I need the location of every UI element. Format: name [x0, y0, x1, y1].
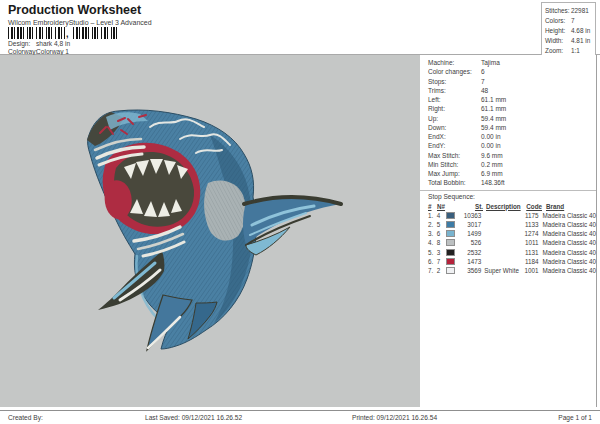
machine-info-label: Min Stitch: [428, 161, 481, 168]
stop-sequence-header-row: #N#St.DescriptionCodeBrand [428, 202, 596, 211]
col-needle: 4 [437, 212, 447, 219]
col-code: 1011 [519, 239, 538, 246]
barcode-comma: , [66, 27, 69, 41]
col-needle: 3 [437, 249, 447, 256]
col-stitches: 2532 [458, 249, 481, 256]
machine-info-label: Trims: [428, 87, 481, 94]
col-brand: Madeira Classic 40 [538, 267, 596, 274]
last-saved-text: Last Saved: 09/12/2021 16.26.52 [145, 414, 242, 421]
worksheet-header: Production Worksheet Wilcom EmbroiderySt… [0, 0, 600, 55]
design-label: Design: [8, 40, 36, 47]
col-stitches: 526 [458, 239, 481, 246]
machine-info-label: Right: [428, 105, 481, 112]
thread-color-swatch [446, 230, 458, 237]
col-num: 7. [428, 267, 437, 274]
thread-color-swatch [446, 249, 458, 256]
col-needle: 2 [437, 267, 447, 274]
machine-info-panel: Machine:TajimaColor changes:6Stops:7Trim… [420, 55, 597, 407]
machine-info-label: Machine: [428, 59, 481, 66]
stats-row: Height:4.68 in [545, 25, 595, 35]
stop-sequence-table: #N#St.DescriptionCodeBrand1.4103631175Ma… [428, 202, 596, 276]
col-code: 1184 [519, 258, 538, 265]
col-brand: Madeira Classic 40 [538, 239, 596, 246]
col-stitches: 3569 [458, 267, 481, 274]
machine-info-row: Min Stitch:0.2 mm [428, 160, 596, 169]
thread-color-swatch [446, 212, 458, 219]
machine-info-value: 59.4 mm [481, 115, 506, 122]
machine-info-label: Stops: [428, 78, 481, 85]
production-worksheet-page: { "header": { "title": "Production Works… [0, 0, 600, 424]
col-num: 5. [428, 249, 437, 256]
thread-color-swatch [446, 258, 458, 265]
machine-info-row: Left:61.1 mm [428, 95, 596, 104]
col-code: 1133 [519, 221, 538, 228]
stop-sequence-section: Stop Sequence: #N#St.DescriptionCodeBran… [420, 190, 596, 276]
stats-label: Width: [545, 37, 571, 44]
machine-info-value: 59.4 mm [481, 124, 506, 131]
machine-info-label: EndX: [428, 133, 481, 140]
barcode: , [8, 27, 117, 40]
stop-sequence-row: 3.614991274Madeira Classic 40 [428, 229, 596, 238]
machine-info-value: 61.1 mm [481, 105, 506, 112]
col-brand: Brand [542, 203, 596, 210]
machine-info-label: Left: [428, 96, 481, 103]
shark-design-image [0, 55, 420, 407]
col-description: Description [483, 203, 522, 210]
stats-box: Stitches:22981Colors:7Height:4.68 inWidt… [541, 2, 596, 57]
machine-info-row: Down:59.4 mm [428, 123, 596, 132]
machine-info-label: Up: [428, 115, 481, 122]
machine-info-row: EndX:0.00 in [428, 132, 596, 141]
stats-label: Stitches: [545, 7, 571, 14]
col-needle: 5 [437, 221, 447, 228]
stop-sequence-row: 7.23569Super White1001Madeira Classic 40 [428, 266, 596, 275]
thread-color-swatch [446, 239, 458, 246]
col-code: 1274 [519, 230, 538, 237]
col-stitches: 3017 [458, 221, 481, 228]
machine-info-row: Stops:7 [428, 77, 596, 86]
app-subtitle: Wilcom EmbroideryStudio – Level 3 Advanc… [8, 19, 152, 26]
design-canvas [0, 55, 420, 407]
machine-info-value: 6.9 mm [481, 170, 503, 177]
col-code: Code [522, 203, 542, 210]
col-brand: Madeira Classic 40 [538, 258, 596, 265]
machine-info-row: Up:59.4 mm [428, 114, 596, 123]
col-needle: N# [437, 203, 447, 210]
design-row: Design: shark 4,8 in [8, 40, 70, 47]
worksheet-footer: Created By: Last Saved: 09/12/2021 16.26… [0, 410, 600, 424]
col-num: 3. [428, 230, 437, 237]
col-stitches: 1499 [458, 230, 481, 237]
stats-row: Stitches:22981 [545, 5, 595, 15]
printed-text: Printed: 09/12/2021 16.26.54 [352, 414, 437, 421]
machine-info-row: EndY:0.00 in [428, 141, 596, 150]
machine-info-value: 48 [481, 87, 488, 94]
machine-info-value: 61.1 mm [481, 96, 506, 103]
machine-info-label: Color changes: [428, 68, 481, 75]
stats-value: 22981 [571, 7, 589, 14]
stats-value: 7 [571, 17, 575, 24]
machine-info-label: Down: [428, 124, 481, 131]
col-num: 2. [428, 221, 437, 228]
stats-row: Zoom:1:1 [545, 45, 595, 55]
machine-info-value: 148.36ft [481, 179, 505, 186]
col-num: 4. [428, 239, 437, 246]
col-brand: Madeira Classic 40 [538, 212, 596, 219]
col-stitches: St. [459, 203, 483, 210]
machine-info-label: EndY: [428, 142, 481, 149]
stats-value: 1:1 [571, 47, 580, 54]
col-brand: Madeira Classic 40 [538, 230, 596, 237]
thread-color-swatch [446, 221, 458, 228]
col-brand: Madeira Classic 40 [538, 249, 596, 256]
barcode-bars-right [73, 27, 117, 39]
created-by-label: Created By: [8, 414, 43, 421]
col-brand: Madeira Classic 40 [538, 221, 596, 228]
colorway-value: Colorway 1 [36, 48, 69, 55]
stats-value: 4.81 in [571, 37, 590, 44]
col-needle: 8 [437, 239, 447, 246]
stats-value: 4.68 in [571, 27, 590, 34]
col-needle: 7 [437, 258, 447, 265]
machine-info-label: Max Jump: [428, 170, 481, 177]
stop-sequence-row: 4.85261011Madeira Classic 40 [428, 238, 596, 247]
machine-info-row: Total Bobbin:148.36ft [428, 178, 596, 187]
barcode-bars-left [8, 27, 65, 39]
col-num: # [428, 203, 437, 210]
